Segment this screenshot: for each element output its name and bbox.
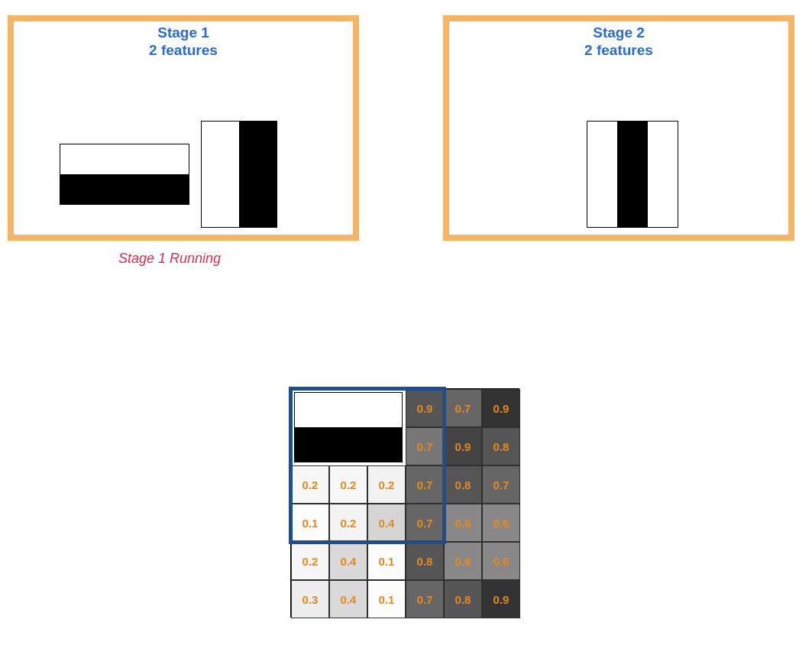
- heatmap-cell-r2c0: 0.2: [291, 465, 329, 504]
- heatmap-cell-r3c2: 0.4: [367, 504, 406, 542]
- heatmap-cell-r4c1: 0.4: [329, 542, 367, 580]
- heatmap-cell-r5c4: 0.8: [444, 580, 482, 618]
- heatmap-cell-r2c3: 0.7: [406, 465, 444, 504]
- stage2-feature-vertical-triband: [587, 121, 678, 228]
- stage1-feature-horizontal-dark: [60, 174, 189, 204]
- stage1-title-line2: 2 features: [149, 42, 218, 58]
- heatmap-cell-r2c5: 0.7: [482, 465, 520, 504]
- heatmap-cell-r4c2: 0.1: [367, 542, 406, 580]
- stage2-title-line2: 2 features: [584, 42, 653, 58]
- stage1-feature-vertical: [201, 121, 277, 228]
- stage1-title: Stage 1 2 features: [14, 24, 353, 60]
- heatmap-cell-r2c2: 0.2: [367, 465, 406, 504]
- heatmap-cell-r4c3: 0.8: [406, 542, 444, 580]
- heatmap-cell-r0c4: 0.7: [444, 389, 482, 427]
- heatmap-cell-r5c3: 0.7: [406, 580, 444, 618]
- heatmap-cell-r3c0: 0.1: [291, 504, 329, 542]
- heatmap-cell-r4c5: 0.6: [482, 542, 520, 580]
- heatmap-cell-r3c4: 0.6: [444, 504, 482, 542]
- heatmap-grid: 0.9 0.7 0.9 0.7 0.9 0.8 0.2 0.2 0.2 0.7 …: [290, 388, 519, 618]
- heatmap-cell-r2c4: 0.8: [444, 465, 482, 504]
- heatmap-cell-r4c4: 0.6: [444, 542, 482, 580]
- heatmap-cell-r0c3: 0.9: [406, 389, 444, 427]
- heatmap-cell-r5c0: 0.3: [291, 580, 329, 618]
- stage1-panel: Stage 1 2 features: [8, 15, 359, 241]
- heatmap-cell-r0c5: 0.9: [482, 389, 520, 427]
- heatmap-cell-r2c1: 0.2: [329, 465, 367, 504]
- stage2-title: Stage 2 2 features: [449, 24, 788, 60]
- stage1-title-line1: Stage 1: [157, 24, 209, 41]
- heatmap-cell-r3c1: 0.2: [329, 504, 367, 542]
- heatmap-cell-r3c3: 0.7: [406, 504, 444, 542]
- heatmap-cell-r1c3: 0.7: [406, 427, 444, 465]
- heatmap-cell-r1c4: 0.9: [444, 427, 482, 465]
- stage2-panel: Stage 2 2 features: [443, 15, 794, 241]
- heatmap-cell-r3c5: 0.6: [482, 504, 520, 542]
- heatmap-cell-r5c1: 0.4: [329, 580, 367, 618]
- stage1-feature-vertical-dark: [239, 122, 277, 227]
- heatmap-inset-feature: [294, 392, 403, 462]
- heatmap-cell-r1c5: 0.8: [482, 427, 520, 465]
- heatmap-inset-feature-dark: [295, 427, 402, 462]
- heatmap-cell-r5c2: 0.1: [367, 580, 406, 618]
- heatmap-cell-r5c5: 0.9: [482, 580, 520, 618]
- heatmap-cell-r4c0: 0.2: [291, 542, 329, 580]
- stage1-status: Stage 1 Running: [118, 251, 221, 267]
- stage2-title-line1: Stage 2: [593, 24, 645, 41]
- stage2-feature-triband-dark: [617, 122, 647, 227]
- stage1-feature-horizontal: [60, 144, 189, 205]
